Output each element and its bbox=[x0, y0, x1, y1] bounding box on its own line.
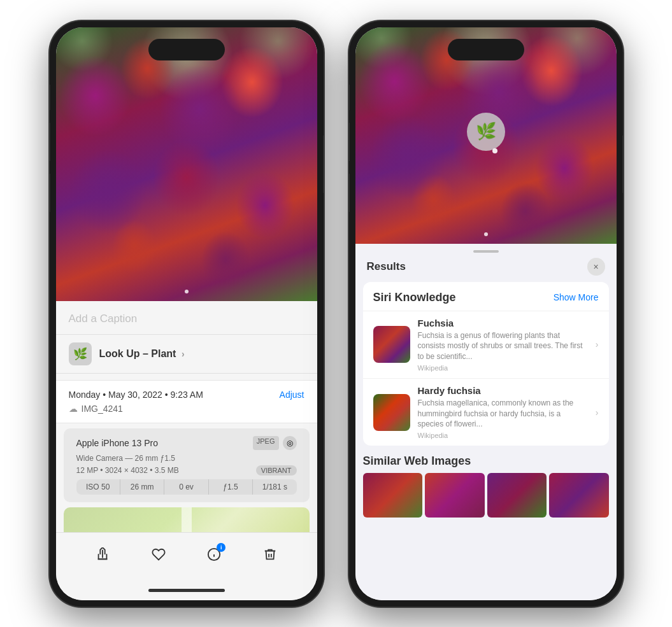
fuchsia-description: Fuchsia is a genus of flowering plants t… bbox=[418, 330, 588, 362]
caption-area[interactable]: Add a Caption bbox=[56, 301, 317, 335]
exif-row: ISO 50 26 mm 0 ev ƒ1.5 1/181 s bbox=[76, 479, 297, 495]
mute-switch-2 bbox=[349, 85, 350, 110]
siri-dot-indicator bbox=[492, 148, 497, 153]
hardy-text: Hardy fuchsia Fuchsia magellanica, commo… bbox=[418, 385, 588, 439]
volume-down-btn-2[interactable] bbox=[349, 174, 350, 212]
filename-text: IMG_4241 bbox=[82, 404, 123, 414]
leaf-icon: 🌿 bbox=[73, 347, 87, 361]
photo-details-content: Add a Caption 🌿 Look Up – Plant › Monday… bbox=[56, 301, 317, 532]
siri-leaf-icon: 🌿 bbox=[476, 122, 496, 141]
phone1-screen: Add a Caption 🌿 Look Up – Plant › Monday… bbox=[56, 27, 317, 600]
similar-image-2[interactable] bbox=[425, 473, 485, 518]
results-title: Results bbox=[367, 260, 406, 273]
lookup-row[interactable]: 🌿 Look Up – Plant › bbox=[56, 335, 317, 374]
map-roads bbox=[64, 507, 310, 532]
info-button[interactable]: i bbox=[200, 540, 228, 568]
cloud-icon: ☁ bbox=[69, 404, 78, 414]
lookup-icon: 🌿 bbox=[69, 342, 92, 365]
volume-up-btn[interactable] bbox=[50, 123, 50, 161]
home-indicator bbox=[56, 581, 317, 600]
results-panel: Results × Siri Knowledge Show More Fuchs… bbox=[355, 244, 617, 600]
fuchsia-text: Fuchsia Fuchsia is a genus of flowering … bbox=[418, 318, 588, 372]
exif-shutter: 1/181 s bbox=[253, 479, 296, 495]
similar-image-4[interactable] bbox=[549, 473, 609, 518]
photo-info-section: Monday • May 30, 2022 • 9:23 AM Adjust ☁… bbox=[56, 380, 317, 423]
photo-image[interactable] bbox=[56, 27, 317, 301]
device-row: Apple iPhone 13 Pro JPEG ◎ bbox=[76, 436, 297, 450]
exif-aperture: ƒ1.5 bbox=[209, 479, 253, 495]
page-indicator-2 bbox=[484, 232, 488, 236]
results-close-button[interactable]: × bbox=[587, 258, 605, 276]
delete-button[interactable] bbox=[256, 540, 284, 568]
format-badge: JPEG bbox=[253, 436, 279, 450]
page-indicator bbox=[185, 290, 189, 293]
adjust-button[interactable]: Adjust bbox=[280, 390, 304, 400]
location-icon: ◎ bbox=[283, 436, 297, 450]
power-btn-2[interactable] bbox=[622, 136, 623, 193]
date-text: Monday • May 30, 2022 • 9:23 AM bbox=[69, 390, 203, 400]
date-row: Monday • May 30, 2022 • 9:23 AM Adjust bbox=[69, 390, 304, 400]
share-button[interactable] bbox=[89, 540, 117, 568]
similar-images-section: Similar Web Images bbox=[355, 451, 617, 524]
home-bar bbox=[148, 589, 225, 592]
dynamic-island-2 bbox=[448, 39, 524, 60]
badge-row: JPEG ◎ bbox=[253, 436, 297, 450]
info-badge-i-icon: i bbox=[220, 544, 222, 551]
power-btn[interactable] bbox=[323, 136, 324, 193]
device-section: Apple iPhone 13 Pro JPEG ◎ Wide Camera —… bbox=[64, 428, 310, 502]
mp-text: 12 MP • 3024 × 4032 • 3.5 MB bbox=[76, 466, 179, 475]
siri-visual-lookup-badge[interactable]: 🌿 bbox=[467, 113, 505, 151]
results-header: Results × bbox=[355, 253, 617, 282]
siri-knowledge-title: Siri Knowledge bbox=[373, 291, 456, 304]
similar-images-grid bbox=[363, 473, 609, 518]
info-badge-indicator: i bbox=[217, 543, 225, 552]
similar-image-3[interactable] bbox=[487, 473, 547, 518]
phone2-screen: 🌿 Results × Siri Knowledge Show More bbox=[355, 27, 617, 600]
volume-down-btn[interactable] bbox=[50, 174, 50, 212]
mute-switch bbox=[50, 85, 50, 110]
exif-ev: 0 ev bbox=[164, 479, 208, 495]
fuchsia-name: Fuchsia bbox=[418, 318, 588, 328]
lookup-chevron-icon: › bbox=[182, 349, 185, 359]
photo-toolbar: i bbox=[56, 532, 317, 581]
caption-placeholder[interactable]: Add a Caption bbox=[69, 313, 138, 325]
volume-up-btn-2[interactable] bbox=[349, 123, 350, 161]
device-name: Apple iPhone 13 Pro bbox=[76, 438, 158, 448]
mp-row: 12 MP • 3024 × 4032 • 3.5 MB VIBRANT bbox=[76, 465, 297, 476]
phone-2: 🌿 Results × Siri Knowledge Show More bbox=[349, 21, 623, 607]
exif-focal: 26 mm bbox=[120, 479, 164, 495]
hardy-chevron-icon: › bbox=[596, 407, 599, 418]
hardy-name: Hardy fuchsia bbox=[418, 385, 588, 396]
show-more-button[interactable]: Show More bbox=[554, 292, 599, 302]
filename-row: ☁ IMG_4241 bbox=[69, 404, 304, 414]
fuchsia-source: Wikipedia bbox=[418, 364, 588, 372]
knowledge-item-fuchsia[interactable]: Fuchsia Fuchsia is a genus of flowering … bbox=[363, 311, 609, 378]
similar-title: Similar Web Images bbox=[363, 454, 609, 468]
similar-image-1[interactable] bbox=[363, 473, 423, 518]
fuchsia-thumbnail bbox=[373, 326, 410, 363]
flower-overlay bbox=[56, 27, 317, 301]
vibrant-badge: VIBRANT bbox=[256, 465, 297, 476]
siri-knowledge-section: Siri Knowledge Show More Fuchsia Fuchsia… bbox=[363, 282, 609, 446]
siri-knowledge-header: Siri Knowledge Show More bbox=[363, 282, 609, 311]
dynamic-island bbox=[148, 39, 225, 60]
hardy-thumbnail bbox=[373, 394, 410, 431]
map-preview[interactable] bbox=[64, 507, 310, 532]
hardy-source: Wikipedia bbox=[418, 432, 588, 439]
phone-1: Add a Caption 🌿 Look Up – Plant › Monday… bbox=[50, 21, 324, 607]
knowledge-item-hardy[interactable]: Hardy fuchsia Fuchsia magellanica, commo… bbox=[363, 378, 609, 446]
hardy-description: Fuchsia magellanica, commonly known as t… bbox=[418, 398, 588, 430]
fuchsia-chevron-icon: › bbox=[596, 339, 599, 349]
favorite-button[interactable] bbox=[145, 540, 173, 568]
camera-details: Wide Camera — 26 mm ƒ1.5 bbox=[76, 454, 297, 463]
lookup-label: Look Up – Plant › bbox=[99, 348, 185, 360]
exif-iso: ISO 50 bbox=[76, 479, 120, 495]
